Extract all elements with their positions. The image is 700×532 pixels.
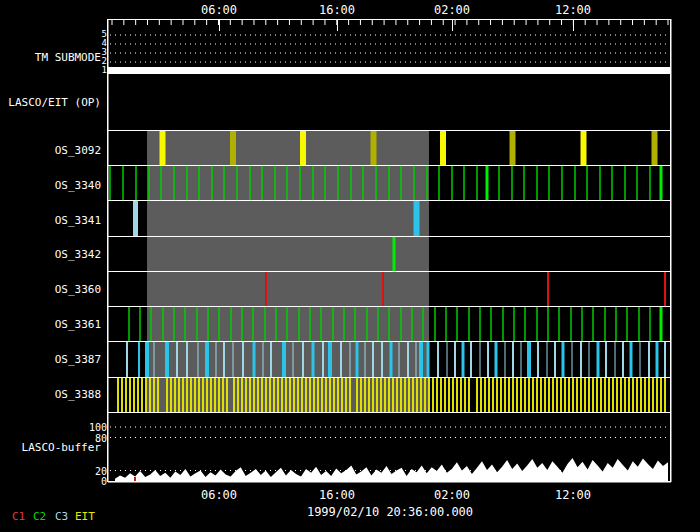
event-stripe — [149, 378, 151, 412]
minor-tick — [135, 20, 136, 25]
event-mark — [480, 342, 481, 377]
event-stripe — [480, 378, 482, 412]
event-stripe — [141, 378, 143, 412]
event-line — [413, 166, 415, 200]
event-mark — [198, 342, 199, 377]
minor-tick — [478, 20, 479, 25]
event-line — [286, 307, 288, 341]
minor-tick — [419, 20, 420, 25]
event-line — [558, 307, 560, 341]
event-stripe — [528, 378, 530, 412]
event-mark — [300, 131, 306, 165]
event-line — [299, 166, 301, 200]
event-line — [581, 307, 583, 341]
legend-item-eit: EIT — [75, 510, 95, 523]
event-line — [400, 166, 402, 200]
event-stripe — [117, 378, 119, 412]
event-mark — [145, 342, 149, 377]
event-stripe — [237, 378, 239, 412]
minor-tick — [171, 20, 172, 25]
event-mark — [160, 131, 166, 165]
panel-separator — [108, 377, 671, 378]
event-line — [400, 307, 402, 341]
event-mark — [371, 131, 377, 165]
event-mark — [233, 342, 234, 377]
event-line — [343, 307, 345, 341]
event-stripe — [313, 378, 315, 412]
event-mark — [328, 342, 332, 377]
minor-tick — [549, 20, 550, 25]
event-stripe — [492, 378, 494, 412]
event-stripe — [218, 378, 220, 412]
event-stripe — [520, 378, 522, 412]
event-stripe — [349, 378, 351, 412]
row-label-os_3341: OS_3341 — [0, 214, 101, 227]
event-line — [196, 307, 198, 341]
event-stripe — [420, 378, 422, 412]
event-stripe — [257, 378, 259, 412]
event-line — [298, 307, 300, 341]
legend-item-c3: C3 — [55, 510, 68, 523]
event-line — [422, 307, 424, 341]
event-stripe — [121, 378, 123, 412]
event-line — [252, 307, 254, 341]
event-line — [241, 307, 243, 341]
event-line — [320, 307, 322, 341]
panel-separator — [108, 306, 671, 307]
event-line — [218, 307, 220, 341]
event-stripe — [198, 378, 200, 412]
minor-tick — [502, 20, 503, 25]
event-stripe — [333, 378, 335, 412]
minor-tick — [585, 20, 586, 25]
row-label-os_3092: OS_3092 — [0, 144, 101, 157]
event-line — [636, 166, 638, 200]
event-stripe — [364, 378, 366, 412]
event-stripe — [380, 378, 382, 412]
minor-tick — [537, 20, 538, 25]
event-mark — [381, 342, 383, 377]
panel-separator — [108, 341, 671, 342]
event-stripe — [628, 378, 630, 412]
minor-tick — [348, 20, 349, 25]
event-stripe — [309, 378, 311, 412]
major-tick — [452, 20, 453, 31]
event-mark — [462, 342, 465, 377]
event-stripe — [194, 378, 196, 412]
event-line — [548, 166, 550, 200]
event-stripe — [170, 378, 172, 412]
tm-ytick-label: 1 — [0, 65, 107, 75]
event-mark — [437, 342, 439, 377]
panel-separator — [108, 130, 671, 131]
event-line — [451, 166, 453, 200]
event-line — [463, 166, 465, 200]
event-mark — [390, 342, 393, 377]
buffer-ytick-label: 0 — [0, 476, 107, 487]
event-mark — [416, 342, 417, 377]
event-mark — [356, 342, 359, 377]
event-stripe — [133, 378, 135, 412]
event-line — [211, 166, 213, 200]
event-stripe — [400, 378, 402, 412]
event-mark — [622, 342, 624, 377]
event-line — [649, 307, 651, 341]
event-stripe — [137, 378, 139, 412]
event-stripe — [356, 378, 358, 412]
event-line — [599, 166, 601, 200]
event-line — [337, 166, 339, 200]
event-mark — [554, 342, 556, 377]
active-period-shade — [147, 307, 429, 341]
event-stripe — [496, 378, 498, 412]
event-mark — [165, 342, 169, 377]
event-line — [611, 166, 613, 200]
active-period-shade — [147, 272, 429, 306]
event-line — [332, 307, 334, 341]
event-line — [312, 166, 314, 200]
event-mark — [547, 342, 548, 377]
buffer-ytick-label: 20 — [0, 465, 107, 476]
event-line — [275, 307, 277, 341]
event-line — [350, 166, 352, 200]
event-mark — [419, 342, 423, 377]
event-stripe — [616, 378, 618, 412]
event-stripe — [392, 378, 394, 412]
event-mark — [372, 342, 374, 377]
